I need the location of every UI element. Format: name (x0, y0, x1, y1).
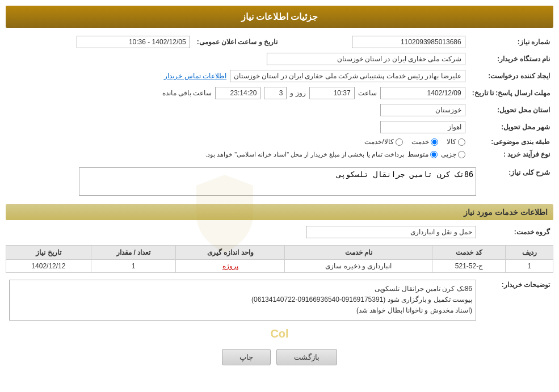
services-section-header: اطلاعات خدمات مورد نیاز (6, 204, 553, 220)
announcement-cell: 1402/12/05 - 10:36 (6, 33, 194, 50)
service-group-table: گروه خدمت: حمل و نقل و انبارداری (6, 224, 553, 241)
deadline-label: مهلت ارسال پاسخ: تا تاریخ: (469, 85, 553, 102)
col-service-code: کد خدمت (432, 246, 506, 260)
buyer-org-value: شرکت ملی حفاری ایران در استان خوزستان (267, 53, 465, 65)
category-label-kala: کالا (447, 138, 456, 146)
deadline-row: مهلت ارسال پاسخ: تا تاریخ: 1402/12/09 سا… (6, 85, 553, 102)
buyer-org-cell: شرکت ملی حفاری ایران در استان خوزستان (6, 50, 469, 68)
need-desc-label-text: شرح کلی نیاز: (508, 168, 550, 176)
category-label: طبقه بندی موضوعی: (469, 136, 553, 148)
province-row: استان محل تحویل: خوزستان (6, 102, 553, 119)
need-number-label: شماره نیاز: (469, 33, 553, 50)
need-number-value: 1102093985013686 (352, 36, 465, 48)
city-row: شهر محل تحویل: اهواز (6, 119, 553, 136)
response-time: 10:37 (309, 87, 355, 99)
process-option-jozee[interactable]: جزیی (441, 150, 465, 158)
category-radio-khedmat[interactable] (431, 138, 438, 146)
category-option-kala-khedmat[interactable]: کالا/خدمت (364, 138, 402, 146)
need-number-cell: 1102093985013686 (281, 33, 469, 50)
service-group-value: حمل و نقل و انبارداری (306, 226, 476, 238)
days-label: روز و (290, 89, 305, 97)
category-option-khedmat[interactable]: خدمت (411, 138, 438, 146)
button-row: بازگشت چاپ (6, 349, 553, 365)
col-badge: Col (6, 327, 553, 340)
process-option-motavasset[interactable]: متوسط (407, 150, 438, 158)
services-table-body: 1 ج-52-521 انبارداری و ذخیره سازی پروژه … (6, 260, 553, 273)
time-label: ساعت (358, 89, 377, 97)
buyer-description: 86تک کرن تامین جرانقال تلسکوپی پیوست تکم… (9, 280, 476, 321)
category-radio-kala[interactable] (458, 138, 465, 146)
city-cell: اهواز (6, 119, 469, 136)
creator-label: ایجاد کننده درخواست: (469, 68, 553, 85)
services-table: ردیف کد خدمت نام خدمت واحد اندازه گیری ت… (6, 245, 553, 273)
info-table: شماره نیاز: 1102093985013686 تاریخ و ساع… (6, 33, 553, 161)
process-note: پرداخت تمام یا بخشی از مبلغ خریدار از مح… (205, 151, 404, 158)
page-wrapper: جزئیات اطلاعات نیاز شماره نیاز: 11020939… (0, 0, 559, 392)
cell-service-code: ج-52-521 (432, 260, 506, 273)
process-radio-jozee[interactable] (458, 151, 465, 158)
col-service-name: نام خدمت (285, 246, 432, 260)
need-desc-table: شرح کلی نیاز: (6, 165, 553, 200)
creator-row: ایجاد کننده درخواست: علیرضا بهادر رئیس خ… (6, 68, 553, 85)
print-button[interactable]: چاپ (222, 349, 271, 365)
buyer-desc-row: توضیحات خریدار: 86تک کرن تامین جرانقال ت… (6, 277, 553, 323)
process-cell: جزیی متوسط پرداخت تمام یا بخشی از مبلغ خ… (6, 148, 469, 161)
category-row: طبقه بندی موضوعی: کالا خدمت (6, 136, 553, 148)
service-group-label: گروه خدمت: (480, 224, 553, 241)
page-header: جزئیات اطلاعات نیاز (6, 6, 553, 28)
province-label: استان محل تحویل: (469, 102, 553, 119)
need-desc-label: شرح کلی نیاز: (480, 165, 553, 200)
response-date: 1402/12/09 (380, 87, 465, 99)
buyer-desc-line1: 86تک کرن تامین جرانقال تلسکوپی (13, 284, 472, 294)
buyer-desc-line3: (اسناد مخدوش و ناخوانا ابطال خواهد شد) (13, 305, 472, 316)
category-label-khedmat: خدمت (411, 138, 429, 146)
shield-watermark-icon (182, 171, 267, 256)
cell-date: 1402/12/12 (6, 260, 91, 273)
process-radio-motavasset[interactable] (430, 151, 438, 158)
services-header-row: ردیف کد خدمت نام خدمت واحد اندازه گیری ت… (6, 246, 553, 260)
province-cell: خوزستان (6, 102, 469, 119)
category-label-kala-khedmat: کالا/خدمت (364, 138, 393, 146)
process-label: نوع فرآیند خرید : (469, 148, 553, 161)
col-row-num: ردیف (506, 246, 553, 260)
buyer-org-label: نام دستگاه خریدار: (469, 50, 553, 68)
deadline-cell: 1402/12/09 ساعت 10:37 روز و 3 23:14:20 س… (6, 85, 469, 102)
col-date: تاریخ نیاز (6, 246, 91, 260)
buyer-org-row: نام دستگاه خریدار: شرکت ملی حفاری ایران … (6, 50, 553, 68)
contact-link[interactable]: اطلاعات تماس خریدار (164, 72, 226, 80)
province-value: خوزستان (380, 104, 465, 116)
process-label-jozee: جزیی (441, 150, 456, 158)
process-row: نوع فرآیند خرید : جزیی متوسط پرداخت تمام… (6, 148, 553, 161)
service-group-row: گروه خدمت: حمل و نقل و انبارداری (6, 224, 553, 241)
response-remaining: 23:14:20 (215, 87, 260, 99)
table-row: 1 ج-52-521 انبارداری و ذخیره سازی پروژه … (6, 260, 553, 273)
need-number-row: شماره نیاز: 1102093985013686 تاریخ و ساع… (6, 33, 553, 50)
creator-cell: علیرضا بهادر رئیس خدمات پشتیبانی شرکت مل… (6, 68, 469, 85)
page-title: جزئیات اطلاعات نیاز (241, 12, 318, 22)
back-button[interactable]: بازگشت (276, 349, 337, 365)
remaining-label: ساعت باقی مانده (162, 89, 212, 97)
creator-value: علیرضا بهادر رئیس خدمات پشتیبانی شرکت مل… (230, 70, 465, 82)
category-radio-kala-khedmat[interactable] (396, 138, 403, 146)
cell-quantity: 1 (91, 260, 176, 273)
city-label: شهر محل تحویل: (469, 119, 553, 136)
category-cell: کالا خدمت کالا/خدمت (6, 136, 469, 148)
need-desc-row: شرح کلی نیاز: (6, 165, 553, 200)
cell-unit[interactable]: پروژه (176, 260, 285, 273)
process-label-motavasset: متوسط (407, 150, 428, 158)
buyer-desc-cell: 86تک کرن تامین جرانقال تلسکوپی پیوست تکم… (6, 277, 480, 323)
category-radio-group: کالا خدمت کالا/خدمت (9, 138, 465, 146)
need-description-textarea[interactable] (79, 167, 476, 196)
response-days: 3 (264, 87, 287, 99)
buyer-desc-table: توضیحات خریدار: 86تک کرن تامین جرانقال ت… (6, 277, 553, 323)
buyer-desc-line2: پیوست تکمیل و بارگزاری شود (09169175391-… (13, 294, 472, 305)
col-quantity: تعداد / مقدار (91, 246, 176, 260)
category-option-kala[interactable]: کالا (447, 138, 465, 146)
buyer-desc-label: توضیحات خریدار: (480, 277, 553, 323)
cell-service-name: انبارداری و ذخیره سازی (285, 260, 432, 273)
services-table-head: ردیف کد خدمت نام خدمت واحد اندازه گیری ت… (6, 246, 553, 260)
main-content: شماره نیاز: 1102093985013686 تاریخ و ساع… (6, 33, 553, 365)
city-value: اهواز (380, 121, 465, 133)
cell-row-num: 1 (506, 260, 553, 273)
announcement-label: تاریخ و ساعت اعلان عمومی: (194, 33, 281, 50)
